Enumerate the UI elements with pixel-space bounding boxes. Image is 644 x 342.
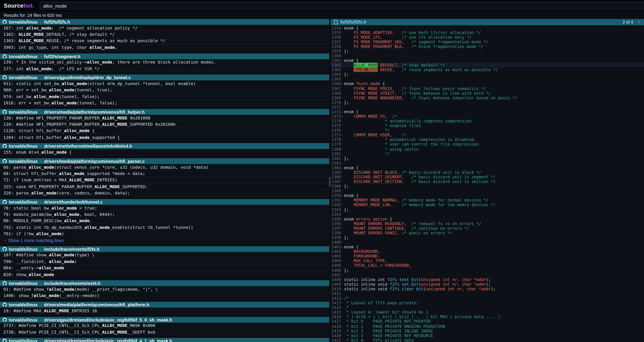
match-line[interactable]: 1363: ALLOC_MODE_REUSE, /* reuse segment… [0, 38, 329, 44]
match-line[interactable]: 2738: #define PCIE_CI_CNTL__CI_SLV_CPL_A… [0, 329, 329, 335]
sourcebot-logo[interactable]: Sourcebot. [4, 3, 34, 9]
code-line[interactable]: 1409static inline void f2fs_set_bit(unsi… [331, 282, 644, 286]
code-line[interactable]: 1390⌄enum { [331, 193, 644, 198]
panel-resize-grip[interactable] [329, 177, 330, 187]
file-group-header[interactable]: torvalds/linux·fs/f2fs/segment.h [0, 53, 329, 59]
file-group-header[interactable]: torvalds/linux·drivers/media/platform/qc… [0, 109, 329, 115]
fold-chevron-icon[interactable]: ⌄ [340, 82, 344, 86]
file-group-header[interactable]: torvalds/linux·include/trace/events/ext4… [0, 280, 329, 286]
prev-match-button[interactable]: ↑ [636, 20, 641, 24]
code-line[interactable]: 1386 DISCARD_UNIT_SEGMENT, /* basic disc… [331, 175, 644, 179]
match-line[interactable]: 2737: #define PCIE_CI_CNTL__CI_SLV_CPL_A… [0, 322, 329, 329]
code-line[interactable]: 1414 * [331, 305, 644, 310]
match-line[interactable]: 155: enum mlx4_alloc_mode { [0, 149, 329, 156]
fold-chevron-icon[interactable]: ⌄ [340, 296, 344, 300]
code-line[interactable]: 1415 * Layout A: lowest bit should be 1 [331, 310, 644, 314]
match-line[interactable]: 68: struct hfi_buffer_alloc_mode_support… [0, 170, 329, 177]
code-line[interactable]: 1418 * bit 1 PAGE_PRIVATE_ONGOING_MIGRAT… [331, 324, 644, 328]
file-group-header[interactable]: torvalds/linux·drivers/gpu/drm/amd/inclu… [0, 317, 329, 322]
code-line[interactable]: 1365 [331, 77, 644, 81]
match-line[interactable]: 790: __field(int, alloc_mode) [0, 258, 329, 265]
match-line[interactable]: 78: static bool bw_alloc_mode = true; [0, 205, 329, 211]
code-line[interactable]: 1367 FSYNC_MODE_POSIX, /* fsync follows … [331, 86, 644, 91]
code-line[interactable]: 1364}; [331, 72, 644, 77]
code-line[interactable]: 1372⌄enum { [331, 109, 644, 114]
panel-divider[interactable] [329, 19, 331, 342]
code-line[interactable]: 1396 MOUNT_ERRORS_READONLY, /* remount f… [331, 221, 644, 226]
code-line[interactable]: 1354⌄enum { [331, 26, 644, 30]
match-line[interactable]: 72: if (num_entries > MAX_ALLOC_MODE_ENT… [0, 177, 329, 183]
match-line[interactable]: 107: #define show_alloc_mode(type) \ [0, 252, 329, 258]
fold-chevron-icon[interactable]: ⌄ [340, 109, 344, 114]
code-line[interactable]: 1389 [331, 189, 644, 193]
code-line[interactable]: 1405 TOTAL_CALL = FOREGROUND, [331, 263, 644, 268]
code-line[interactable]: 1361⌄enum { [331, 58, 644, 63]
code-line[interactable]: 1384⌄enum { [331, 165, 644, 170]
code-line[interactable]: 1394 [331, 212, 644, 216]
code-line[interactable]: 1373⌄ COMPR_MODE_FS, /* [331, 114, 644, 119]
code-line[interactable]: 1421 * bit 4- f2fs private data [331, 338, 644, 342]
code-line[interactable]: 1407 [331, 272, 644, 277]
code-line[interactable]: 1413 * Layout of f2fs page.private: [331, 300, 644, 305]
fold-chevron-icon[interactable]: ⌄ [340, 165, 344, 170]
fold-chevron-icon[interactable]: ⌄ [340, 245, 344, 249]
search-input[interactable] [39, 2, 644, 10]
code-line[interactable]: 1377⌄ COMPR_MODE_USER, /* [331, 133, 644, 137]
fold-chevron-icon[interactable]: ⌄ [340, 133, 344, 137]
code-line[interactable]: 1387 DISCARD_UNIT_SECTION, /* basic disc… [331, 179, 644, 184]
file-group-header[interactable]: torvalds/linux·drivers/media/platform/qc… [0, 302, 329, 308]
file-group-header[interactable]: torvalds/linux·drivers/gpu/drm/amd/inclu… [0, 338, 329, 342]
match-line[interactable]: 1264: struct hfi_buffer_alloc_mode_suppo… [0, 134, 329, 141]
file-group-header[interactable]: torvalds/linux·drivers/net/ethernet/mell… [0, 143, 329, 149]
code-line[interactable]: 1380 * using ioctls [331, 147, 644, 151]
code-line[interactable]: 1411 [331, 291, 644, 296]
match-line[interactable]: 1362: ALLOC_MODE_DEFAULT, /* stay defaul… [0, 31, 329, 38]
match-line[interactable]: 752: static int tb_dp_bandwidth_alloc_mo… [0, 224, 329, 231]
code-line[interactable]: 1406}; [331, 268, 644, 272]
code-line[interactable]: 1360 [331, 54, 644, 58]
match-line[interactable]: 79: module_param(bw_alloc_mode, bool, 04… [0, 211, 329, 218]
code-line[interactable]: 1356 FS_MODE_LFS, /* use lfs allocation … [331, 35, 644, 40]
code-line[interactable]: 1383 [331, 161, 644, 165]
code-line[interactable]: 1398 MOUNT_ERRORS_PANIC, /* panic on err… [331, 230, 644, 235]
code-line[interactable]: 1420 * bit 3 PAGE_PRIVATE_REF_RESOURCE [331, 333, 644, 338]
match-line[interactable]: 139: #define HFI_PROPERTY_PARAM_BUFFER_A… [0, 121, 329, 128]
fold-chevron-icon[interactable]: ⌄ [340, 193, 344, 198]
match-line[interactable]: 960: err = set_bw_alloc_mode(tunnel, tru… [0, 87, 329, 93]
match-line[interactable]: 91: #define show_falloc_mode(mode) __pri… [0, 286, 329, 293]
code-line[interactable]: 1357 FS_MODE_FRAGMENT_SEG, /* segment fr… [331, 40, 644, 44]
fold-chevron-icon[interactable]: ⌄ [340, 114, 344, 119]
file-group-header[interactable]: torvalds/linux·include/trace/events/f2fs… [0, 246, 329, 252]
match-line[interactable]: 167: int alloc_mode; /* segment allocati… [0, 25, 329, 31]
code-line[interactable]: 1355 FS_MODE_ADAPTIVE, /* use both lfs/s… [331, 30, 644, 35]
match-line[interactable]: 326: parse_alloc_mode(core, codecs, doma… [0, 190, 329, 196]
file-group-header[interactable]: torvalds/linux·drivers/gpu/drm/display/d… [0, 75, 329, 81]
code-line[interactable]: 1381 */ [331, 151, 644, 156]
match-line[interactable]: 1016: err = set_bw_alloc_mode(tunnel, fa… [0, 100, 329, 106]
match-line[interactable]: 1400: show_falloc_mode(__entry->mode)) [0, 293, 329, 299]
fold-chevron-icon[interactable]: ⌄ [340, 217, 344, 221]
code-line[interactable]: 1412⌄/* [331, 296, 644, 300]
code-line[interactable]: 1388}; [331, 184, 644, 189]
match-line[interactable]: 1128: struct hfi_buffer_alloc_mode { [0, 128, 329, 134]
file-group-header[interactable]: torvalds/linux·drivers/media/platform/qc… [0, 158, 329, 164]
fold-chevron-icon[interactable]: ⌄ [340, 58, 344, 63]
code-line[interactable]: 1400 [331, 240, 644, 245]
code-line[interactable]: 1376 */ [331, 128, 644, 133]
match-line[interactable]: 911: static int set_bw_alloc_mode(struct… [0, 81, 329, 87]
code-line[interactable]: 1395⌄enum errors_option { [331, 217, 644, 221]
code-line[interactable]: 1363 ALLOC_MODE_REUSE, /* reuse segments… [331, 67, 644, 72]
code-line[interactable]: 1402 BACKGROUND, [331, 249, 644, 254]
code-line[interactable]: 1385 DISCARD_UNIT_BLOCK, /* basic discar… [331, 170, 644, 175]
code-line[interactable]: 1362 ALLOC_MODE_DEFAULT, /* stay default… [331, 63, 644, 67]
match-line[interactable]: 325: case HFI_PROPERTY_PARAM_BUFFER_ALLO… [0, 183, 329, 190]
code-line[interactable]: 1404 MAX_CALL_TYPE, [331, 258, 644, 263]
code-line[interactable]: 1378 * automatical compression is disabl… [331, 137, 644, 142]
code-line[interactable]: 1417 * bit 0 PAGE_PRIVATE_NOT_POINTER [331, 319, 644, 324]
match-line[interactable]: 804: __entry->alloc_mode [0, 265, 329, 271]
file-group-header[interactable]: torvalds/linux·drivers/thunderbolt/tunne… [0, 199, 329, 205]
match-line[interactable]: 19: #define MAX_ALLOC_MODE_ENTRIES 16 [0, 307, 329, 314]
match-line[interactable]: 820: show_alloc_mode [0, 271, 329, 278]
code-line[interactable]: 1369 FSYNC_MODE_NOBARRIER, /* fsync beha… [331, 95, 644, 100]
code-line[interactable]: 1391 MEMORY_MODE_NORMAL, /* memory mode … [331, 198, 644, 203]
